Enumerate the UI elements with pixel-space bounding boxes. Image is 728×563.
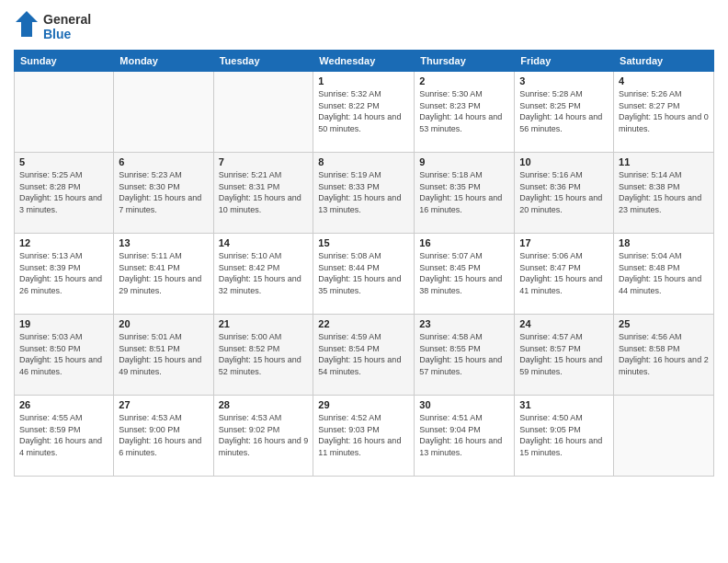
calendar-cell: 14Sunrise: 5:10 AMSunset: 8:42 PMDayligh… (213, 234, 313, 315)
weekday-header: Friday (515, 51, 614, 72)
weekday-header: Wednesday (313, 51, 415, 72)
day-number: 30 (419, 399, 509, 410)
day-info: Sunrise: 5:28 AMSunset: 8:25 PMDaylight:… (519, 88, 609, 134)
day-number: 16 (419, 237, 509, 248)
day-number: 4 (619, 75, 709, 86)
calendar-cell: 7Sunrise: 5:21 AMSunset: 8:31 PMDaylight… (213, 153, 313, 234)
day-number: 8 (318, 156, 409, 167)
calendar-cell: 6Sunrise: 5:23 AMSunset: 8:30 PMDaylight… (114, 153, 213, 234)
calendar-cell: 28Sunrise: 4:53 AMSunset: 9:02 PMDayligh… (213, 396, 313, 477)
day-info: Sunrise: 5:30 AMSunset: 8:23 PMDaylight:… (419, 88, 509, 134)
calendar-week-row: 26Sunrise: 4:55 AMSunset: 8:59 PMDayligh… (15, 396, 714, 477)
day-number: 19 (19, 318, 108, 329)
day-info: Sunrise: 4:55 AMSunset: 8:59 PMDaylight:… (19, 412, 108, 458)
calendar-cell (114, 72, 213, 153)
day-number: 7 (219, 156, 309, 167)
day-info: Sunrise: 5:03 AMSunset: 8:50 PMDaylight:… (19, 331, 108, 377)
day-info: Sunrise: 5:07 AMSunset: 8:45 PMDaylight:… (419, 250, 509, 296)
day-info: Sunrise: 4:52 AMSunset: 9:03 PMDaylight:… (318, 412, 409, 458)
day-number: 10 (519, 156, 609, 167)
calendar-cell: 11Sunrise: 5:14 AMSunset: 8:38 PMDayligh… (614, 153, 714, 234)
header: GeneralBlue (14, 9, 714, 44)
calendar-cell: 5Sunrise: 5:25 AMSunset: 8:28 PMDaylight… (15, 153, 114, 234)
calendar-cell: 12Sunrise: 5:13 AMSunset: 8:39 PMDayligh… (15, 234, 114, 315)
day-number: 27 (119, 399, 208, 410)
calendar-week-row: 5Sunrise: 5:25 AMSunset: 8:28 PMDaylight… (15, 153, 714, 234)
day-info: Sunrise: 4:50 AMSunset: 9:05 PMDaylight:… (519, 412, 609, 458)
day-number: 28 (219, 399, 309, 410)
calendar-cell: 20Sunrise: 5:01 AMSunset: 8:51 PMDayligh… (114, 315, 213, 396)
logo-svg: GeneralBlue (14, 9, 106, 44)
logo: GeneralBlue (14, 9, 106, 44)
day-info: Sunrise: 5:13 AMSunset: 8:39 PMDaylight:… (19, 250, 108, 296)
weekday-header: Tuesday (213, 51, 313, 72)
calendar-cell (213, 72, 313, 153)
day-info: Sunrise: 4:59 AMSunset: 8:54 PMDaylight:… (318, 331, 409, 377)
day-info: Sunrise: 5:00 AMSunset: 8:52 PMDaylight:… (219, 331, 309, 377)
day-number: 22 (318, 318, 409, 329)
calendar-week-row: 19Sunrise: 5:03 AMSunset: 8:50 PMDayligh… (15, 315, 714, 396)
day-info: Sunrise: 4:56 AMSunset: 8:58 PMDaylight:… (619, 331, 709, 377)
calendar-cell: 10Sunrise: 5:16 AMSunset: 8:36 PMDayligh… (515, 153, 614, 234)
calendar-cell: 8Sunrise: 5:19 AMSunset: 8:33 PMDaylight… (313, 153, 415, 234)
day-number: 21 (219, 318, 309, 329)
day-number: 1 (318, 75, 409, 86)
day-info: Sunrise: 5:08 AMSunset: 8:44 PMDaylight:… (318, 250, 409, 296)
svg-text:General: General (43, 12, 91, 27)
weekday-header: Thursday (415, 51, 515, 72)
day-info: Sunrise: 5:32 AMSunset: 8:22 PMDaylight:… (318, 88, 409, 134)
day-info: Sunrise: 4:58 AMSunset: 8:55 PMDaylight:… (419, 331, 509, 377)
calendar-week-row: 12Sunrise: 5:13 AMSunset: 8:39 PMDayligh… (15, 234, 714, 315)
calendar-week-row: 1Sunrise: 5:32 AMSunset: 8:22 PMDaylight… (15, 72, 714, 153)
day-info: Sunrise: 5:19 AMSunset: 8:33 PMDaylight:… (318, 169, 409, 215)
day-info: Sunrise: 5:16 AMSunset: 8:36 PMDaylight:… (519, 169, 609, 215)
calendar-cell: 9Sunrise: 5:18 AMSunset: 8:35 PMDaylight… (415, 153, 515, 234)
day-number: 25 (619, 318, 709, 329)
svg-marker-2 (16, 11, 38, 37)
calendar-cell: 24Sunrise: 4:57 AMSunset: 8:57 PMDayligh… (515, 315, 614, 396)
day-number: 5 (19, 156, 108, 167)
weekday-header: Sunday (15, 51, 114, 72)
day-number: 13 (119, 237, 208, 248)
day-info: Sunrise: 5:21 AMSunset: 8:31 PMDaylight:… (219, 169, 309, 215)
day-number: 17 (519, 237, 609, 248)
calendar-cell (614, 396, 714, 477)
calendar-cell: 31Sunrise: 4:50 AMSunset: 9:05 PMDayligh… (515, 396, 614, 477)
day-number: 11 (619, 156, 709, 167)
day-number: 26 (19, 399, 108, 410)
calendar-cell: 18Sunrise: 5:04 AMSunset: 8:48 PMDayligh… (614, 234, 714, 315)
day-info: Sunrise: 4:57 AMSunset: 8:57 PMDaylight:… (519, 331, 609, 377)
calendar-cell: 16Sunrise: 5:07 AMSunset: 8:45 PMDayligh… (415, 234, 515, 315)
day-info: Sunrise: 5:06 AMSunset: 8:47 PMDaylight:… (519, 250, 609, 296)
day-number: 12 (19, 237, 108, 248)
day-info: Sunrise: 5:26 AMSunset: 8:27 PMDaylight:… (619, 88, 709, 134)
day-info: Sunrise: 4:53 AMSunset: 9:00 PMDaylight:… (119, 412, 208, 458)
weekday-header: Saturday (614, 51, 714, 72)
day-number: 9 (419, 156, 509, 167)
day-info: Sunrise: 5:10 AMSunset: 8:42 PMDaylight:… (219, 250, 309, 296)
calendar: SundayMondayTuesdayWednesdayThursdayFrid… (14, 50, 714, 477)
calendar-cell: 25Sunrise: 4:56 AMSunset: 8:58 PMDayligh… (614, 315, 714, 396)
day-info: Sunrise: 5:04 AMSunset: 8:48 PMDaylight:… (619, 250, 709, 296)
day-number: 20 (119, 318, 208, 329)
calendar-cell: 21Sunrise: 5:00 AMSunset: 8:52 PMDayligh… (213, 315, 313, 396)
calendar-cell: 27Sunrise: 4:53 AMSunset: 9:00 PMDayligh… (114, 396, 213, 477)
calendar-cell (15, 72, 114, 153)
calendar-cell: 17Sunrise: 5:06 AMSunset: 8:47 PMDayligh… (515, 234, 614, 315)
calendar-cell: 29Sunrise: 4:52 AMSunset: 9:03 PMDayligh… (313, 396, 415, 477)
day-info: Sunrise: 4:53 AMSunset: 9:02 PMDaylight:… (219, 412, 309, 458)
calendar-cell: 13Sunrise: 5:11 AMSunset: 8:41 PMDayligh… (114, 234, 213, 315)
day-number: 23 (419, 318, 509, 329)
day-info: Sunrise: 5:01 AMSunset: 8:51 PMDaylight:… (119, 331, 208, 377)
calendar-cell: 4Sunrise: 5:26 AMSunset: 8:27 PMDaylight… (614, 72, 714, 153)
calendar-cell: 23Sunrise: 4:58 AMSunset: 8:55 PMDayligh… (415, 315, 515, 396)
day-number: 15 (318, 237, 409, 248)
day-number: 31 (519, 399, 609, 410)
calendar-cell: 2Sunrise: 5:30 AMSunset: 8:23 PMDaylight… (415, 72, 515, 153)
calendar-cell: 30Sunrise: 4:51 AMSunset: 9:04 PMDayligh… (415, 396, 515, 477)
weekday-header-row: SundayMondayTuesdayWednesdayThursdayFrid… (15, 51, 714, 72)
svg-text:Blue: Blue (43, 27, 72, 41)
day-number: 6 (119, 156, 208, 167)
day-info: Sunrise: 4:51 AMSunset: 9:04 PMDaylight:… (419, 412, 509, 458)
day-number: 2 (419, 75, 509, 86)
